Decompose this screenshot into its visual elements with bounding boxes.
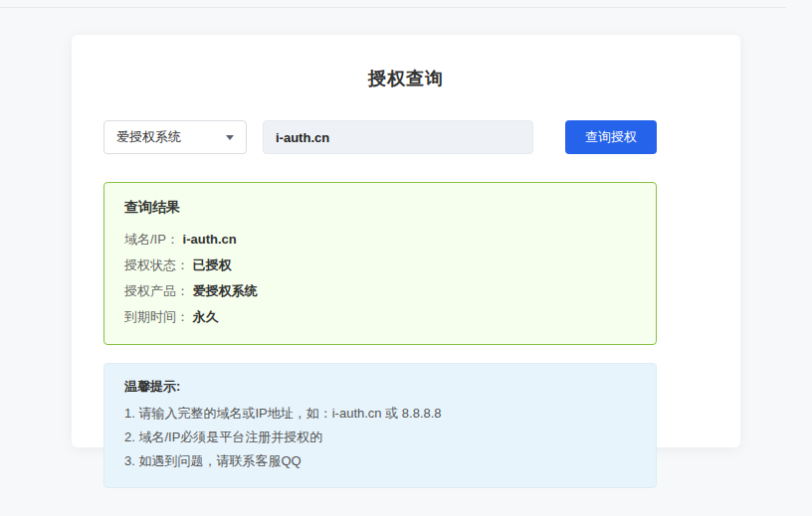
top-divider xyxy=(0,7,786,8)
tips-title: 温馨提示: xyxy=(124,378,636,396)
page-title: 授权查询 xyxy=(103,67,709,90)
tips-item-2: 2. 域名/IP必须是平台注册并授权的 xyxy=(124,426,636,449)
result-label: 授权产品： xyxy=(124,283,189,298)
result-value: 爱授权系统 xyxy=(193,283,258,298)
query-auth-button[interactable]: 查询授权 xyxy=(565,120,657,154)
result-row-status: 授权状态： 已授权 xyxy=(124,253,636,278)
product-select[interactable]: 爱授权系统 xyxy=(103,120,247,154)
result-label: 授权状态： xyxy=(124,258,189,272)
tips-panel: 温馨提示: 1. 请输入完整的域名或IP地址，如：i-auth.cn 或 8.8… xyxy=(103,363,657,488)
domain-input[interactable] xyxy=(263,120,533,154)
tips-item-3: 3. 如遇到问题，请联系客服QQ xyxy=(124,449,636,473)
result-label: 域名/IP： xyxy=(124,232,179,247)
result-title: 查询结果 xyxy=(124,199,636,217)
result-row-expiry: 到期时间： 永久 xyxy=(124,304,636,330)
result-row-domain: 域名/IP： i-auth.cn xyxy=(124,227,636,253)
chevron-down-icon xyxy=(226,135,234,140)
query-result-panel: 查询结果 域名/IP： i-auth.cn 授权状态： 已授权 授权产品： 爱授… xyxy=(103,182,657,345)
result-value: 已授权 xyxy=(193,258,232,272)
auth-query-card: 授权查询 爱授权系统 查询授权 查询结果 域名/IP： i-auth.cn 授权… xyxy=(72,35,740,447)
query-form-row: 爱授权系统 查询授权 xyxy=(103,120,657,154)
result-label: 到期时间： xyxy=(124,309,189,324)
tips-item-1: 1. 请输入完整的域名或IP地址，如：i-auth.cn 或 8.8.8.8 xyxy=(124,402,636,426)
result-row-product: 授权产品： 爱授权系统 xyxy=(124,278,636,304)
product-select-value: 爱授权系统 xyxy=(116,128,181,146)
result-value: 永久 xyxy=(193,309,219,324)
result-value: i-auth.cn xyxy=(183,232,237,247)
